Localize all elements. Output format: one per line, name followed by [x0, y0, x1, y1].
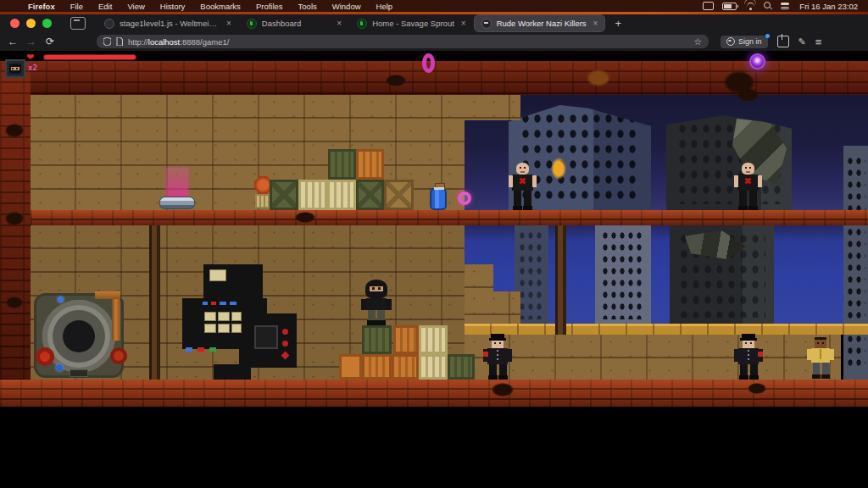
- skinhead-enemy: [734, 163, 762, 210]
- teleporter-beam: [166, 168, 188, 200]
- building-windows: [518, 230, 545, 320]
- wooden-post-right: [555, 225, 566, 335]
- search-icon[interactable]: [764, 2, 772, 10]
- skinhead-enemy: [509, 163, 537, 210]
- tab-weltmeister[interactable]: stage1level1.js - Weltmeister ×: [97, 15, 238, 31]
- reload-button[interactable]: ⟳: [41, 36, 59, 47]
- crate-light: [298, 180, 327, 210]
- tab-rude-worker-nazi-killers[interactable]: Rude Worker Nazi Killers ×: [475, 15, 605, 31]
- new-tab-button[interactable]: +: [606, 17, 630, 30]
- back-button[interactable]: ←: [3, 36, 22, 47]
- building-far-right: [843, 146, 868, 380]
- wall-splat: [748, 383, 766, 394]
- menu-profiles[interactable]: Profiles: [248, 2, 291, 11]
- zoom-window-button[interactable]: [42, 19, 52, 28]
- crate-green: [362, 325, 392, 354]
- close-tab-icon[interactable]: ×: [592, 19, 598, 28]
- url-text: http://localhost:8888/game1/: [128, 37, 229, 47]
- menu-clock[interactable]: Fri 16 Jan 23:02: [794, 2, 868, 11]
- tab-savage-sprout[interactable]: Home - Savage Sprout ×: [350, 15, 472, 31]
- shield-icon[interactable]: [103, 37, 111, 46]
- sprout-icon: [357, 19, 367, 29]
- url-bar[interactable]: http://localhost:8888/game1/ ☆: [97, 35, 709, 48]
- wall-splat: [5, 212, 24, 225]
- menu-edit[interactable]: Edit: [91, 2, 120, 11]
- close-tab-icon[interactable]: ×: [335, 19, 342, 28]
- ring-collectible: [422, 53, 435, 73]
- wall-splat: [587, 69, 610, 86]
- close-tab-icon[interactable]: ×: [225, 19, 231, 28]
- menu-firefox[interactable]: Firefox: [20, 2, 63, 11]
- wall-splat: [386, 75, 406, 86]
- minimize-window-button[interactable]: [26, 19, 36, 28]
- close-window-button[interactable]: [10, 19, 19, 28]
- crate-green-x: [356, 180, 384, 210]
- pencil-extension-icon[interactable]: ✎: [798, 36, 806, 47]
- building-windows: [601, 230, 646, 320]
- app-menu-icon[interactable]: ≡: [815, 36, 822, 48]
- menu-help[interactable]: Help: [369, 2, 401, 11]
- battery-icon[interactable]: [722, 3, 737, 10]
- screen: Firefox File Edit View History Bookmarks…: [0, 0, 868, 488]
- globe-icon: [104, 19, 114, 29]
- account-icon: [726, 37, 735, 46]
- share-extension-icon[interactable]: [777, 36, 789, 47]
- game-icon: [481, 19, 492, 29]
- wall-splat: [6, 297, 23, 308]
- macos-menu-bar: Firefox File Edit View History Bookmarks…: [0, 0, 868, 12]
- crate-light: [419, 354, 448, 380]
- pink-orb: [458, 191, 471, 205]
- wooden-post-left: [149, 225, 160, 380]
- close-tab-icon[interactable]: ×: [459, 19, 466, 28]
- health-bar: [44, 55, 136, 59]
- wall-splat: [295, 212, 315, 223]
- control-center-icon[interactable]: [781, 3, 790, 10]
- tab-overview-icon[interactable]: [70, 17, 86, 30]
- blue-potion: [430, 188, 447, 210]
- menu-file[interactable]: File: [63, 2, 91, 11]
- player-ninja: [361, 280, 392, 325]
- crate-orange: [392, 354, 419, 380]
- firefox-tab-bar: stage1level1.js - Weltmeister × Dashboar…: [0, 14, 868, 32]
- upper-wall-step: [465, 95, 520, 120]
- civilian-worker: [807, 337, 834, 380]
- nazi-officer: [483, 334, 512, 380]
- menu-window[interactable]: Window: [325, 2, 369, 11]
- building-windows: [520, 111, 639, 203]
- menu-bookmarks[interactable]: Bookmarks: [192, 2, 248, 11]
- notification-dot: [765, 34, 770, 38]
- wall-splat: [737, 88, 758, 102]
- building-dark-damaged: [666, 115, 792, 210]
- crate-light: [327, 180, 356, 210]
- forward-button[interactable]: →: [22, 36, 41, 47]
- bookmark-star-icon[interactable]: ☆: [693, 36, 702, 47]
- crate-green: [448, 354, 475, 380]
- menu-history[interactable]: History: [153, 2, 193, 11]
- circuit-panel: [174, 259, 301, 382]
- bottom-brick-floor: [0, 380, 868, 407]
- lower-right-wall: [465, 335, 841, 380]
- teleporter-base: [159, 197, 195, 209]
- lives-multiplier: x2: [28, 64, 37, 72]
- purple-orb: [749, 53, 765, 69]
- hud-avatar: [5, 59, 25, 78]
- wall-splat: [5, 124, 24, 137]
- letterbox: [0, 407, 868, 488]
- nazi-officer: [734, 334, 763, 380]
- screen-mirroring-icon[interactable]: [703, 2, 714, 10]
- menu-tools[interactable]: Tools: [291, 2, 325, 11]
- heart-icon: ❤: [26, 52, 34, 63]
- tower-dark: [670, 225, 774, 324]
- building-windows: [846, 155, 865, 370]
- tower-mid: [595, 225, 651, 324]
- sprout-icon: [247, 19, 257, 29]
- crate-green-x: [270, 180, 298, 210]
- sign-in-button[interactable]: Sign in: [721, 36, 768, 48]
- crate-orange: [356, 149, 384, 180]
- menu-view[interactable]: View: [120, 2, 152, 11]
- page-info-icon[interactable]: [116, 37, 123, 46]
- firefox-nav-bar: ← → ⟳ http://localhost:8888/game1/ ☆ Sig…: [0, 32, 868, 51]
- wifi-icon[interactable]: [745, 3, 755, 10]
- game-canvas[interactable]: ❤ x2: [0, 51, 868, 407]
- tab-dashboard[interactable]: Dashboard ×: [240, 15, 348, 31]
